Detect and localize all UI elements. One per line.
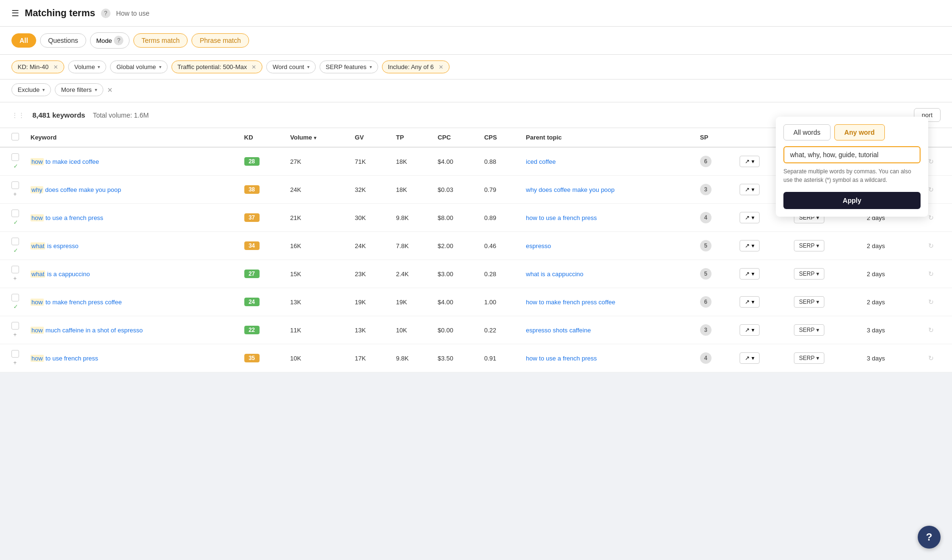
- row-checkbox[interactable]: [11, 238, 19, 245]
- filter-word-count[interactable]: Word count ▾: [266, 60, 315, 73]
- serp-button[interactable]: SERP ▾: [794, 324, 825, 336]
- row-checkbox-cell: +: [0, 344, 25, 372]
- keyword-link[interactable]: how to make iced coffee: [30, 158, 99, 165]
- serp-button[interactable]: SERP ▾: [794, 296, 825, 308]
- row-checkbox[interactable]: [11, 181, 19, 189]
- row-action-icon[interactable]: ✓: [13, 219, 18, 226]
- trend-button[interactable]: ↗ ▾: [740, 296, 760, 308]
- keyword-link[interactable]: what is a cappuccino: [30, 270, 90, 278]
- row-action-icon[interactable]: +: [13, 331, 17, 338]
- table-row: + how to use french press 35 10K 17K 9.8…: [0, 344, 952, 372]
- col-volume-header[interactable]: Volume ▾: [284, 128, 349, 147]
- serp-button[interactable]: SERP ▾: [794, 352, 825, 364]
- filter-global-volume[interactable]: Global volume ▾: [110, 60, 167, 73]
- serp-label: SERP: [799, 270, 815, 277]
- row-checkbox[interactable]: [11, 266, 19, 273]
- how-to-use-link[interactable]: How to use: [116, 10, 150, 17]
- popup-hint: Separate multiple words by commas. You c…: [783, 167, 921, 184]
- trend-button[interactable]: ↗ ▾: [740, 268, 760, 280]
- parent-topic-link[interactable]: how to make french press coffee: [526, 299, 615, 306]
- filter-exclude[interactable]: Exclude ▾: [11, 83, 51, 96]
- parent-topic-link[interactable]: why does coffee make you poop: [526, 186, 614, 193]
- parent-topic-link[interactable]: how to use a french press: [526, 355, 597, 362]
- filter-include[interactable]: Include: Any of 6 ✕: [382, 60, 450, 73]
- drag-handle-icon[interactable]: ⋮⋮: [11, 111, 25, 119]
- tab-all[interactable]: All: [11, 33, 36, 48]
- hamburger-icon[interactable]: ☰: [11, 8, 19, 19]
- sp-count: 5: [700, 240, 711, 251]
- row-action-icon[interactable]: ✓: [13, 303, 18, 310]
- filter-volume[interactable]: Volume ▾: [68, 60, 106, 73]
- include-input[interactable]: [783, 146, 921, 163]
- row-tp-cell: 9.8K: [390, 204, 432, 232]
- trend-icon: ↗: [745, 158, 750, 165]
- row-keyword-cell: how to make french press coffee: [25, 288, 239, 316]
- filter-traffic-potential[interactable]: Traffic potential: 500-Max ✕: [171, 60, 263, 73]
- refresh-icon[interactable]: ↻: [928, 270, 934, 278]
- col-tp-header: TP: [390, 128, 432, 147]
- filter-serp-features[interactable]: SERP features ▾: [320, 60, 378, 73]
- row-action-icon[interactable]: ✓: [13, 247, 18, 254]
- all-words-button[interactable]: All words: [783, 124, 831, 140]
- row-serp-cell: SERP ▾: [788, 260, 861, 288]
- keyword-link[interactable]: how to use a french press: [30, 214, 103, 221]
- keyword-link[interactable]: how to use french press: [30, 355, 98, 362]
- parent-topic-link[interactable]: what is a cappuccino: [526, 270, 583, 278]
- trend-button[interactable]: ↗ ▾: [740, 324, 760, 336]
- row-checkbox[interactable]: [11, 210, 19, 217]
- parent-topic-link[interactable]: how to use a french press: [526, 214, 597, 221]
- include-close[interactable]: ✕: [439, 64, 443, 70]
- keyword-link[interactable]: why does coffee make you poop: [30, 186, 121, 193]
- keyword-link[interactable]: how to make french press coffee: [30, 299, 122, 306]
- refresh-icon[interactable]: ↻: [928, 214, 934, 221]
- refresh-icon[interactable]: ↻: [928, 242, 934, 250]
- refresh-icon[interactable]: ↻: [928, 186, 934, 193]
- clear-filters-icon[interactable]: ✕: [107, 86, 113, 94]
- help-icon[interactable]: ?: [101, 9, 110, 18]
- any-word-button[interactable]: Any word: [834, 124, 885, 140]
- apply-button[interactable]: Apply: [783, 192, 921, 209]
- trend-button[interactable]: ↗ ▾: [740, 352, 760, 364]
- row-checkbox[interactable]: [11, 153, 19, 161]
- tab-mode[interactable]: Mode ?: [90, 32, 130, 49]
- popup-word-buttons: All words Any word: [783, 124, 921, 140]
- trend-button[interactable]: ↗ ▾: [740, 184, 760, 195]
- row-action-icon[interactable]: +: [13, 360, 17, 366]
- tab-terms-match[interactable]: Terms match: [133, 33, 188, 48]
- filter-kd[interactable]: KD: Min-40 ✕: [11, 60, 64, 73]
- parent-topic-link[interactable]: espresso shots caffeine: [526, 327, 591, 334]
- serp-button[interactable]: SERP ▾: [794, 240, 825, 251]
- row-volume-cell: 13K: [284, 288, 349, 316]
- refresh-icon[interactable]: ↻: [928, 298, 934, 306]
- trend-button[interactable]: ↗ ▾: [740, 156, 760, 167]
- row-action-icon[interactable]: ✓: [13, 163, 18, 170]
- col-sp-header: SP: [694, 128, 734, 147]
- trend-button[interactable]: ↗ ▾: [740, 212, 760, 223]
- tab-questions[interactable]: Questions: [40, 33, 86, 48]
- mode-help-icon[interactable]: ?: [114, 36, 123, 45]
- serp-button[interactable]: SERP ▾: [794, 268, 825, 280]
- keyword-link[interactable]: how much caffeine in a shot of espresso: [30, 327, 143, 334]
- trend-arrow-icon: ▾: [752, 270, 754, 277]
- trend-button[interactable]: ↗ ▾: [740, 240, 760, 251]
- refresh-icon[interactable]: ↻: [928, 354, 934, 362]
- row-checkbox[interactable]: [11, 350, 19, 358]
- row-action-icon[interactable]: +: [13, 191, 17, 198]
- refresh-icon[interactable]: ↻: [928, 326, 934, 334]
- select-all-checkbox[interactable]: [11, 133, 19, 140]
- filter-more-filters[interactable]: More filters ▾: [55, 83, 103, 96]
- keyword-link[interactable]: what is espresso: [30, 242, 79, 250]
- row-action-icon[interactable]: +: [13, 275, 17, 282]
- parent-topic-link[interactable]: iced coffee: [526, 158, 556, 165]
- refresh-icon[interactable]: ↻: [928, 158, 934, 165]
- help-circle-button[interactable]: ?: [918, 526, 941, 549]
- kd-badge: 34: [244, 241, 260, 250]
- trend-icon: ↗: [745, 214, 750, 221]
- traffic-potential-close[interactable]: ✕: [251, 64, 256, 70]
- tab-phrase-match[interactable]: Phrase match: [191, 33, 249, 48]
- parent-topic-link[interactable]: espresso: [526, 242, 551, 250]
- row-checkbox[interactable]: [11, 322, 19, 330]
- row-checkbox[interactable]: [11, 294, 19, 301]
- filter-kd-close[interactable]: ✕: [53, 64, 58, 70]
- row-cps-cell: 0.46: [479, 232, 521, 260]
